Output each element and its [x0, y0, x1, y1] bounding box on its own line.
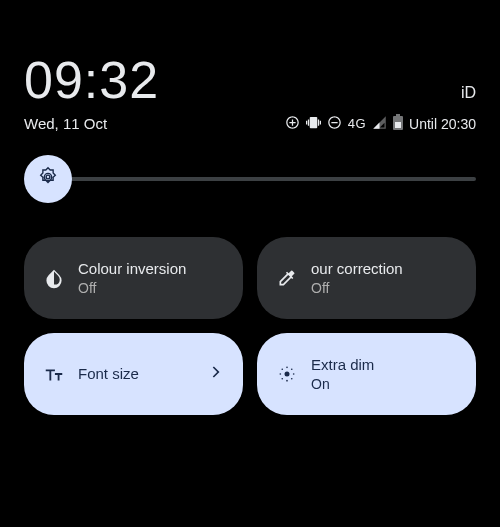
invert-colors-icon — [42, 266, 66, 290]
signal-icon — [372, 115, 387, 133]
brightness-slider[interactable] — [0, 133, 500, 203]
tile-extra-dim[interactable]: Extra dim On — [257, 333, 476, 415]
brightness-knob[interactable] — [24, 155, 72, 203]
tile-title: Extra dim — [311, 356, 458, 374]
chevron-right-icon — [205, 362, 225, 386]
data-saver-icon — [285, 115, 300, 133]
battery-until: Until 20:30 — [409, 116, 476, 132]
tile-status: Off — [311, 280, 458, 297]
tile-title: our correction — [311, 260, 458, 278]
svg-point-7 — [281, 378, 283, 380]
svg-point-4 — [293, 373, 295, 375]
tile-title: Colour inversion — [78, 260, 225, 278]
svg-point-3 — [280, 373, 282, 375]
svg-point-1 — [286, 367, 288, 369]
svg-point-5 — [281, 368, 283, 370]
eyedropper-icon — [275, 266, 299, 290]
svg-point-8 — [291, 368, 293, 370]
tile-status: Off — [78, 280, 225, 297]
tile-title: Font size — [78, 365, 193, 383]
tile-status: On — [311, 376, 458, 393]
tile-colour-correction[interactable]: our correction Off — [257, 237, 476, 319]
brightness-track[interactable] — [70, 177, 476, 181]
tile-colour-inversion[interactable]: Colour inversion Off — [24, 237, 243, 319]
carrier-label: iD — [461, 84, 476, 102]
font-size-icon — [42, 362, 66, 386]
extra-dim-icon — [275, 362, 299, 386]
svg-point-2 — [286, 380, 288, 382]
clock: 09:32 — [24, 50, 159, 110]
tile-font-size[interactable]: Font size — [24, 333, 243, 415]
vibrate-icon — [306, 115, 321, 133]
date-label: Wed, 11 Oct — [24, 115, 107, 132]
network-type: 4G — [348, 116, 366, 131]
brightness-icon — [37, 166, 59, 192]
battery-icon — [393, 114, 403, 133]
svg-point-6 — [291, 378, 293, 380]
dnd-icon — [327, 115, 342, 133]
svg-point-0 — [285, 372, 290, 377]
status-icons: 4G Until 20:30 — [285, 114, 476, 133]
